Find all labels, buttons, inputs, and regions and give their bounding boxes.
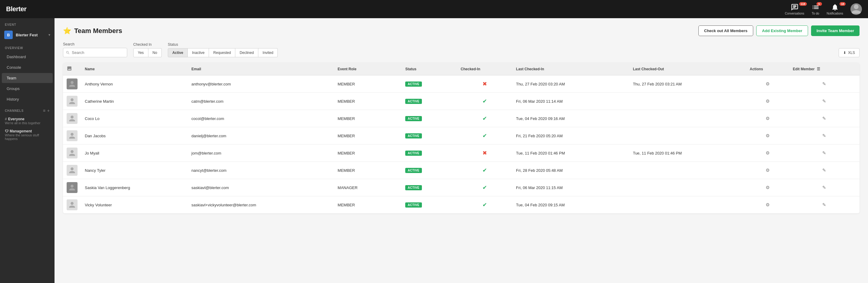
check-icon: ✔ xyxy=(483,202,487,208)
td-checked-in: ✔ xyxy=(457,127,513,144)
sidebar-item-history[interactable]: History xyxy=(2,94,53,104)
status-active-button[interactable]: Active xyxy=(168,48,188,57)
todo-nav[interactable]: 5 To do xyxy=(812,3,819,15)
edit-icon[interactable]: ✎ xyxy=(822,116,826,121)
check-all-members-button[interactable]: Check out All Members xyxy=(699,25,753,36)
search-input[interactable] xyxy=(70,48,124,57)
channel-management-desc: Where the serious stuff happens xyxy=(5,133,50,141)
sidebar-item-label-dashboard: Dashboard xyxy=(7,55,26,59)
edit-icon[interactable]: ✎ xyxy=(822,202,826,207)
shield-icon: 🛡 xyxy=(5,129,8,133)
status-label: Status xyxy=(168,43,278,47)
status-declined-button[interactable]: Declined xyxy=(235,48,258,57)
member-avatar xyxy=(67,165,78,176)
td-checked-in: ✖ xyxy=(457,144,513,162)
status-requested-button[interactable]: Requested xyxy=(209,48,235,57)
settings-icon[interactable]: ⚙ xyxy=(766,116,770,121)
member-avatar xyxy=(67,130,78,141)
add-channel-icon[interactable]: + xyxy=(47,108,50,113)
check-icon: ✔ xyxy=(483,167,487,173)
settings-icon[interactable]: ⚙ xyxy=(766,185,770,190)
table-header: Name Email Event Role Status Checked-In … xyxy=(63,63,860,76)
add-existing-member-button[interactable]: Add Existing Member xyxy=(756,25,808,36)
edit-icon[interactable]: ✎ xyxy=(822,133,826,138)
settings-icon[interactable]: ⚙ xyxy=(766,133,770,138)
topnav-right: 118 Conversations 5 To do 18 Notificatio… xyxy=(785,3,862,15)
sidebar-item-label-groups: Groups xyxy=(7,86,20,91)
column-menu-icon[interactable]: ☰ xyxy=(817,67,820,71)
td-email: anthonyv@blerter.com xyxy=(188,76,334,93)
td-status: ACTIVE xyxy=(402,110,457,127)
conversations-nav[interactable]: 118 Conversations xyxy=(785,3,804,15)
notifications-nav[interactable]: 18 Notifications xyxy=(827,3,843,15)
td-last-checked-in: Thu, 27 Feb 2020 03:20 AM xyxy=(513,76,629,93)
td-checked-in: ✔ xyxy=(457,196,513,214)
th-checked-in: Checked-In xyxy=(457,63,513,76)
td-checked-in: ✖ xyxy=(457,76,513,93)
td-edit: ✎ xyxy=(789,196,860,214)
channel-actions: ≡ + xyxy=(43,108,50,113)
checked-in-toggle: Yes No xyxy=(133,48,162,57)
edit-icon[interactable]: ✎ xyxy=(822,185,826,190)
status-inactive-button[interactable]: Inactive xyxy=(188,48,209,57)
checked-in-no-button[interactable]: No xyxy=(148,48,162,57)
status-toggle: Active Inactive Requested Declined Invit… xyxy=(168,48,278,57)
invite-team-member-button[interactable]: Invite Team Member xyxy=(811,25,860,36)
page-header: ⭐ Team Members Check out All Members Add… xyxy=(63,25,860,36)
status-badge: ACTIVE xyxy=(405,202,422,207)
td-edit: ✎ xyxy=(789,162,860,179)
settings-icon[interactable]: ⚙ xyxy=(766,150,770,155)
checked-in-label: Checked In xyxy=(133,43,162,47)
td-last-checked-in: Tue, 11 Feb 2020 01:46 PM xyxy=(513,144,629,162)
sidebar-item-team[interactable]: Team xyxy=(2,73,53,83)
top-navbar: Blerter 118 Conversations 5 To do 18 Not… xyxy=(0,0,868,18)
cross-icon: ✖ xyxy=(483,81,487,87)
td-avatar xyxy=(63,196,81,214)
main-content: ⭐ Team Members Check out All Members Add… xyxy=(55,18,868,283)
td-role: MEMBER xyxy=(334,93,402,110)
td-edit: ✎ xyxy=(789,76,860,93)
sidebar-channel-everyone[interactable]: #Everyone We're all in this together xyxy=(0,115,55,127)
search-group: Search xyxy=(63,42,127,57)
td-name: Vicky Volunteer xyxy=(81,196,188,214)
td-avatar xyxy=(63,76,81,93)
td-name: Anthony Vernon xyxy=(81,76,188,93)
td-checked-in: ✔ xyxy=(457,179,513,196)
sidebar-event[interactable]: B Blerter Fest ▾ xyxy=(0,28,55,41)
td-avatar xyxy=(63,162,81,179)
th-image xyxy=(63,63,81,76)
conversations-label: Conversations xyxy=(785,12,804,15)
status-invited-button[interactable]: Invited xyxy=(258,48,278,57)
filter-icon[interactable]: ≡ xyxy=(43,108,45,113)
settings-icon[interactable]: ⚙ xyxy=(766,168,770,173)
settings-icon[interactable]: ⚙ xyxy=(766,81,770,86)
edit-icon[interactable]: ✎ xyxy=(822,150,826,155)
checked-in-yes-button[interactable]: Yes xyxy=(133,48,148,57)
app-logo: Blerter xyxy=(6,5,26,13)
td-checked-in: ✔ xyxy=(457,93,513,110)
sidebar-channel-management[interactable]: 🛡Management Where the serious stuff happ… xyxy=(0,127,55,143)
td-role: MEMBER xyxy=(334,144,402,162)
hash-icon: # xyxy=(5,117,7,121)
td-role: MEMBER xyxy=(334,110,402,127)
td-edit: ✎ xyxy=(789,127,860,144)
td-last-checked-in: Tue, 04 Feb 2020 09:16 AM xyxy=(513,110,629,127)
sidebar-item-groups[interactable]: Groups xyxy=(2,84,53,94)
td-last-checked-out xyxy=(629,162,746,179)
sidebar-item-console[interactable]: Console xyxy=(2,62,53,73)
user-avatar[interactable] xyxy=(850,3,862,15)
settings-icon[interactable]: ⚙ xyxy=(766,202,770,207)
settings-icon[interactable]: ⚙ xyxy=(766,98,770,104)
table-row: Dan Jacobs danielj@blerter.com MEMBER AC… xyxy=(63,127,860,144)
export-xls-button[interactable]: ⬇ XLS xyxy=(839,48,860,57)
todo-badge: 5 xyxy=(816,2,822,6)
status-badge: ACTIVE xyxy=(405,82,422,87)
td-last-checked-in: Fri, 06 Mar 2020 11:14 AM xyxy=(513,93,629,110)
app-body: EVENT B Blerter Fest ▾ OVERVIEW Dashboar… xyxy=(0,18,868,283)
edit-icon[interactable]: ✎ xyxy=(822,98,826,104)
sidebar-item-label-team: Team xyxy=(7,76,17,80)
edit-icon[interactable]: ✎ xyxy=(822,168,826,173)
edit-icon[interactable]: ✎ xyxy=(822,81,826,86)
td-last-checked-out xyxy=(629,196,746,214)
sidebar-item-dashboard[interactable]: Dashboard xyxy=(2,52,53,62)
